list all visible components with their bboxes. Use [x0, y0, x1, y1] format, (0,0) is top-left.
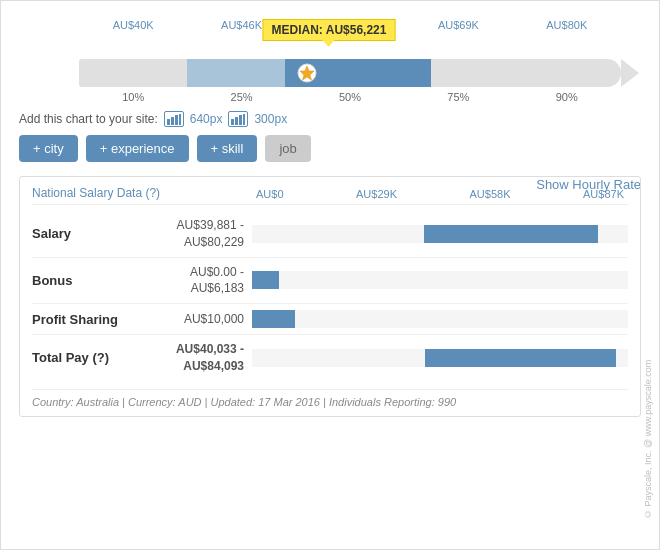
scale-29k: AU$29K — [356, 188, 397, 200]
pct-50: 50% — [335, 91, 365, 103]
city-button[interactable]: + city — [19, 135, 78, 162]
percentile-labels: 10% 25% 50% 75% 90% — [19, 91, 641, 103]
label-46k: AU$46K — [221, 19, 262, 31]
watermark: © Payscale, Inc. @ www.payscale.com — [643, 241, 653, 519]
pct-10: 10% — [118, 91, 148, 103]
bar-track-wrapper — [19, 59, 641, 87]
row-label: Profit Sharing — [32, 312, 152, 327]
median-bubble: MEDIAN: AU$56,221 — [263, 19, 396, 41]
svg-rect-3 — [171, 117, 174, 125]
bar-fill — [425, 349, 616, 367]
add-chart-row: Add this chart to your site: 640px 300px — [19, 111, 641, 127]
scale-labels: AU$0 AU$29K AU$58K AU$87K — [252, 188, 628, 200]
scale-87k: AU$87K — [583, 188, 624, 200]
filter-row: + city + experience + skill job — [19, 135, 641, 162]
link-300[interactable]: 300px — [254, 112, 287, 126]
table-row: SalaryAU$39,881 - AU$80,229 — [32, 211, 628, 258]
bar-fill — [252, 310, 295, 328]
row-bar — [252, 349, 628, 367]
row-value: AU$10,000 — [152, 311, 252, 328]
svg-rect-9 — [243, 114, 245, 125]
skill-button[interactable]: + skill — [197, 135, 258, 162]
link-640[interactable]: 640px — [190, 112, 223, 126]
svg-rect-8 — [239, 115, 242, 125]
bar-fill — [424, 225, 598, 243]
label-69k: AU$69K — [438, 19, 479, 31]
table-row: Profit SharingAU$10,000 — [32, 304, 628, 335]
data-section: National Salary Data (?) AU$0 AU$29K AU$… — [19, 176, 641, 417]
data-header-row: National Salary Data (?) AU$0 AU$29K AU$… — [32, 185, 628, 205]
table-rows: SalaryAU$39,881 - AU$80,229BonusAU$0.00 … — [32, 211, 628, 381]
experience-button[interactable]: + experience — [86, 135, 189, 162]
row-label: Bonus — [32, 273, 152, 288]
row-bar — [252, 310, 628, 328]
svg-rect-4 — [175, 115, 178, 125]
bar-fill — [252, 271, 279, 289]
scale-0: AU$0 — [256, 188, 284, 200]
row-bar — [252, 271, 628, 289]
row-value: AU$40,033 - AU$84,093 — [152, 341, 252, 375]
add-chart-text: Add this chart to your site: — [19, 112, 158, 126]
row-value: AU$0.00 - AU$6,183 — [152, 264, 252, 298]
table-row: BonusAU$0.00 - AU$6,183 — [32, 258, 628, 305]
job-button[interactable]: job — [265, 135, 310, 162]
star-marker — [297, 63, 317, 83]
bar-track — [79, 59, 621, 87]
table-row: Total Pay (?)AU$40,033 - AU$84,093 — [32, 335, 628, 381]
row-value: AU$39,881 - AU$80,229 — [152, 217, 252, 251]
svg-rect-5 — [179, 114, 181, 125]
main-container: AU$40K AU$46K AU$56K AU$69K AU$80K MEDIA… — [0, 0, 660, 550]
svg-rect-2 — [167, 119, 170, 125]
scale-58k: AU$58K — [470, 188, 511, 200]
label-80k: AU$80K — [546, 19, 587, 31]
label-40k: AU$40K — [113, 19, 154, 31]
footnote: Country: Australia | Currency: AUD | Upd… — [32, 389, 628, 408]
data-header-label: National Salary Data (?) — [32, 185, 252, 200]
pct-25: 25% — [227, 91, 257, 103]
row-label: Salary — [32, 226, 152, 241]
salary-chart: AU$40K AU$46K AU$56K AU$69K AU$80K MEDIA… — [19, 19, 641, 103]
chart-icon-300[interactable] — [228, 111, 248, 127]
pct-75: 75% — [443, 91, 473, 103]
chart-icon-640[interactable] — [164, 111, 184, 127]
row-bar — [252, 225, 628, 243]
row-label: Total Pay (?) — [32, 350, 152, 365]
svg-rect-6 — [231, 119, 234, 125]
pct-90: 90% — [552, 91, 582, 103]
svg-rect-7 — [235, 117, 238, 125]
